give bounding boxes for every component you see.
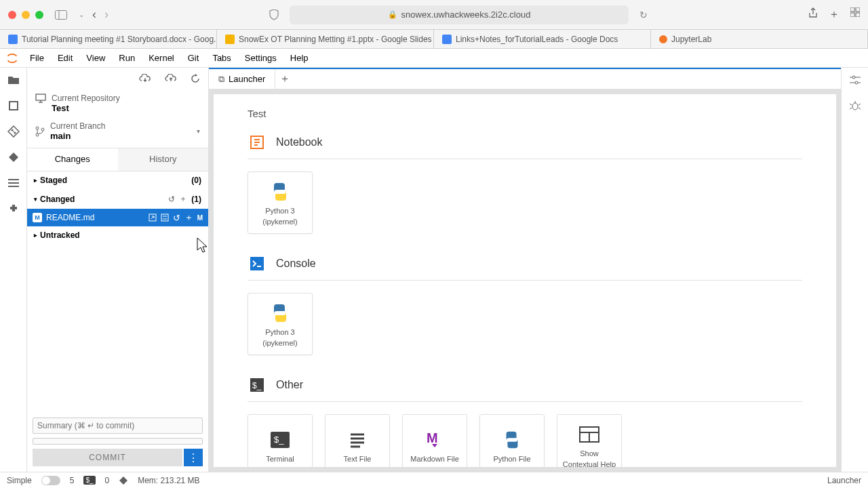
git-rail-icon[interactable] [7, 125, 20, 138]
discard-file-icon[interactable]: ↺ [173, 213, 180, 223]
markdownfile-card[interactable]: M Markdown File [402, 414, 467, 468]
untracked-header[interactable]: ▸ Untracked [27, 226, 208, 244]
menu-git[interactable]: Git [182, 52, 205, 64]
svg-point-17 [36, 134, 39, 136]
menu-view[interactable]: View [81, 52, 111, 64]
launcher-heading: Test [248, 108, 802, 119]
textfile-card[interactable]: Text File [325, 414, 390, 468]
menu-run[interactable]: Run [113, 52, 140, 64]
terminal-card[interactable]: $_ Terminal [248, 414, 313, 468]
launcher-body: Test Notebook Python 3 (ipykernel) Conso… [213, 94, 837, 468]
share-icon[interactable] [808, 7, 818, 22]
status-num2: 0 [105, 476, 110, 485]
markdown-icon: M [422, 428, 447, 452]
simple-label: Simple [7, 476, 32, 485]
commit-more-button[interactable]: ⋮ [184, 449, 203, 466]
browser-tab-1[interactable]: SnowEx OT Planning Metting #1.pptx - Goo… [217, 30, 434, 48]
commit-summary-input[interactable] [33, 418, 203, 434]
reload-icon[interactable]: ↻ [639, 9, 648, 20]
tab-history[interactable]: History [118, 148, 209, 171]
svg-point-18 [41, 128, 44, 131]
browser-tab-2[interactable]: Links+Notes_forTutorialLeads - Google Do… [434, 30, 651, 48]
repo-block[interactable]: Current Repository Test [27, 89, 208, 117]
browser-tab-3[interactable]: JupyterLab [651, 30, 868, 48]
shield-icon[interactable] [269, 9, 279, 20]
cloud-pull-icon[interactable] [139, 74, 151, 83]
repo-label: Current Repository [52, 94, 120, 103]
menu-edit[interactable]: Edit [52, 52, 78, 64]
changed-file-row[interactable]: M README.md ↺ ＋ M [27, 209, 208, 226]
notebook-cat-icon [248, 133, 267, 152]
url-bar[interactable]: 🔒 snowex.uwhackweeks.2i2c.cloud [290, 5, 629, 24]
svg-rect-24 [250, 257, 264, 270]
stage-all-icon[interactable]: ＋ [179, 193, 187, 205]
cat-console-label: Console [276, 258, 316, 270]
cloud-push-icon[interactable] [165, 74, 177, 83]
branch-row[interactable]: Current Branch main ▾ [27, 117, 208, 148]
cat-other-label: Other [276, 379, 303, 391]
text-icon [345, 428, 370, 452]
back-icon[interactable]: ‹ [92, 7, 96, 22]
close-window-icon[interactable] [8, 11, 16, 19]
sidebar-toggle-icon[interactable] [52, 8, 71, 22]
python-icon [268, 301, 292, 325]
console-cat-icon [248, 254, 267, 273]
browser-tabs: Tutorial Planning meeting #1 Storyboard.… [0, 30, 868, 49]
lock-icon: 🔒 [388, 10, 397, 19]
branch-icon [35, 126, 45, 137]
diamond-icon[interactable] [7, 150, 20, 164]
menu-file[interactable]: File [24, 52, 50, 64]
git-toolbar [27, 68, 208, 89]
tab-changes[interactable]: Changes [27, 148, 118, 171]
minimize-window-icon[interactable] [22, 11, 30, 19]
svg-rect-13 [36, 94, 45, 100]
chevron-right-icon: ▸ [34, 177, 37, 184]
menu-settings[interactable]: Settings [239, 52, 282, 64]
status-right: Launcher [827, 476, 861, 485]
running-icon[interactable] [7, 99, 20, 113]
contextualhelp-card[interactable]: Show Contextual Help [557, 414, 622, 468]
debug-icon[interactable] [848, 99, 862, 113]
svg-point-38 [855, 81, 858, 84]
changed-header[interactable]: ▾ Changed ↺ ＋ (1) [27, 189, 208, 209]
simple-toggle[interactable] [41, 476, 60, 485]
discard-icon[interactable]: ↺ [168, 195, 175, 204]
console-python3-card[interactable]: Python 3 (ipykernel) [248, 293, 313, 355]
commit-description-input[interactable] [33, 438, 203, 445]
new-tab-button[interactable]: ＋ [275, 69, 294, 89]
commit-area: COMMIT ⋮ [27, 412, 208, 472]
git-status-icon[interactable] [119, 476, 128, 485]
svg-point-37 [852, 76, 855, 79]
browser-tab-0[interactable]: Tutorial Planning meeting #1 Storyboard.… [0, 30, 217, 48]
chevron-down-icon[interactable]: ⌄ [79, 11, 84, 18]
menu-tabs[interactable]: Tabs [207, 52, 236, 64]
refresh-icon[interactable] [191, 74, 200, 83]
svg-text:M: M [427, 430, 438, 445]
diff-icon[interactable] [161, 214, 169, 222]
folder-icon[interactable] [7, 73, 20, 87]
toc-icon[interactable] [7, 176, 20, 190]
extensions-icon[interactable] [7, 202, 20, 216]
svg-rect-3 [856, 7, 860, 12]
url-text: snowex.uwhackweeks.2i2c.cloud [401, 9, 531, 20]
menu-kernel[interactable]: Kernel [143, 52, 180, 64]
menu-help[interactable]: Help [285, 52, 314, 64]
doc-tab-launcher[interactable]: ⧉ Launcher [209, 69, 275, 89]
git-panel: Current Repository Test Current Branch m… [27, 68, 209, 472]
tab-overview-icon[interactable] [850, 7, 860, 22]
open-file-icon[interactable] [149, 214, 157, 222]
maximize-window-icon[interactable] [35, 11, 43, 19]
notebook-python3-card[interactable]: Python 3 (ipykernel) [248, 171, 313, 234]
jupyter-logo-icon[interactable] [5, 52, 19, 65]
pythonfile-card[interactable]: Python File [479, 414, 545, 468]
new-tab-plus-icon[interactable]: ＋ [829, 7, 840, 22]
svg-rect-0 [56, 10, 67, 19]
stage-file-icon[interactable]: ＋ [184, 211, 193, 224]
chevron-down-icon[interactable]: ▾ [197, 127, 200, 135]
property-inspector-icon[interactable] [848, 73, 862, 87]
monitor-icon [35, 94, 46, 103]
terminal-count-icon[interactable]: $_ [83, 476, 95, 485]
forward-icon[interactable]: › [104, 7, 108, 22]
commit-button[interactable]: COMMIT [33, 449, 182, 466]
staged-header[interactable]: ▸ Staged (0) [27, 171, 208, 189]
